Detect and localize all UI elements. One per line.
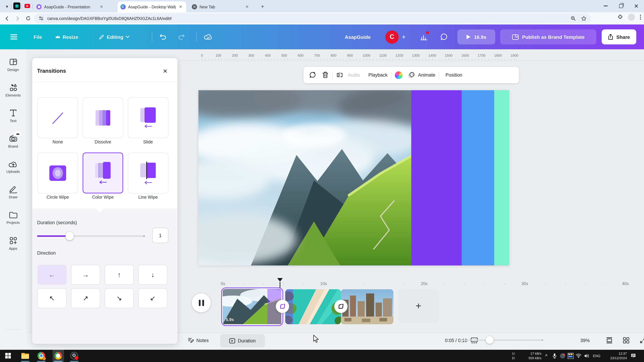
language-indicator[interactable]: ENG	[593, 350, 600, 362]
transition-option-dissolve[interactable]	[82, 97, 123, 138]
direction-arrow-button[interactable]: ↑	[105, 265, 134, 285]
transition-badge-active[interactable]	[276, 300, 289, 313]
direction-arrow-button[interactable]: ←	[38, 265, 66, 285]
file-explorer-icon[interactable]	[21, 351, 30, 360]
sidebar-item-projects[interactable]: Projects	[0, 207, 26, 229]
pinned-tab-gx-icon[interactable]	[13, 2, 20, 9]
browser-tab[interactable]: CAsapGuide - Desktop Wallpape✕	[118, 1, 186, 12]
extensions-icon[interactable]	[618, 14, 623, 20]
tab-search-chevron-icon[interactable]: ▾	[4, 3, 10, 10]
window-minimize-button[interactable]	[598, 0, 613, 12]
zoom-slider-track[interactable]	[459, 340, 543, 341]
app-window-tray-icon[interactable]	[567, 353, 574, 359]
timeline-clip-city[interactable]	[341, 289, 394, 324]
zoom-search-icon[interactable]	[570, 15, 576, 21]
playback-button[interactable]: Playback	[368, 72, 388, 78]
transition-option-slide[interactable]	[128, 97, 168, 138]
direction-arrow-button[interactable]: ↓	[138, 265, 167, 285]
sidebar-item-draw[interactable]: Draw	[0, 181, 26, 204]
zoom-slider-thumb[interactable]	[486, 336, 494, 344]
panel-close-icon[interactable]: ✕	[161, 67, 169, 75]
timeline-clip-beach[interactable]	[285, 289, 341, 324]
browser-menu-kebab-icon[interactable]	[640, 14, 641, 20]
address-bar[interactable]: canva.com/design/DAGXFBBoiYg/0U8xD9Q6AHZ…	[34, 14, 591, 23]
position-button[interactable]: Position	[446, 72, 462, 78]
pages-view-icon[interactable]	[606, 333, 612, 348]
new-tab-button[interactable]: +	[259, 3, 266, 10]
chrome-active-icon[interactable]	[54, 351, 63, 360]
play-button[interactable]: 16.9s	[458, 29, 495, 44]
add-comment-icon[interactable]	[309, 71, 316, 78]
delete-icon[interactable]	[322, 71, 329, 78]
wifi-icon[interactable]	[576, 353, 582, 359]
transition-badge-inactive[interactable]	[334, 300, 348, 313]
main-menu-hamburger-icon[interactable]	[10, 24, 17, 49]
notification-center-icon[interactable]	[630, 353, 636, 359]
tray-chevron-icon[interactable]: ^	[543, 353, 550, 359]
sidebar-item-brand[interactable]: coBrand	[0, 130, 26, 152]
sidebar-item-apps[interactable]: Apps	[0, 232, 26, 255]
editing-mode-button[interactable]: Editing	[99, 24, 130, 49]
chrome-profile1-icon[interactable]	[37, 351, 46, 360]
browser-tab[interactable]: AsapGuide - Presentation✕	[34, 1, 116, 12]
volume-icon[interactable]	[584, 353, 590, 359]
tab-close-icon[interactable]: ✕	[99, 4, 104, 9]
direction-arrow-button[interactable]: ↘	[105, 288, 134, 308]
undo-button[interactable]	[160, 24, 166, 49]
tab-close-icon[interactable]: ✕	[178, 4, 184, 9]
pinned-tab-youtube-icon[interactable]	[24, 2, 31, 9]
transition-option-circle-wipe[interactable]	[38, 152, 78, 193]
team-avatar[interactable]: C	[385, 24, 399, 49]
duration-slider-thumb[interactable]	[66, 232, 74, 240]
transition-option-line-wipe[interactable]	[128, 152, 168, 193]
window-close-button[interactable]: ✕	[628, 0, 644, 12]
transition-option-none[interactable]	[38, 97, 78, 138]
clock-indicator[interactable]: 12:37 23/12/2024	[604, 351, 627, 360]
sidebar-item-elements[interactable]: Elements	[0, 79, 26, 101]
forward-icon[interactable]	[13, 14, 22, 22]
sidebar-item-design[interactable]: Design	[0, 53, 26, 76]
start-button[interactable]	[4, 351, 12, 360]
microphone-icon[interactable]	[551, 353, 558, 359]
obs-icon[interactable]	[70, 351, 79, 360]
direction-arrow-button[interactable]: →	[71, 265, 100, 285]
browser-profile-avatar[interactable]	[628, 14, 635, 21]
color-picker-wheel[interactable]	[395, 71, 403, 79]
window-restore-button[interactable]	[613, 0, 628, 12]
tab-close-icon[interactable]: ✕	[244, 4, 250, 9]
site-settings-icon[interactable]	[38, 16, 44, 21]
animate-icon[interactable]	[408, 71, 415, 78]
direction-arrow-button[interactable]: ↗	[71, 288, 100, 308]
obs-tray-icon[interactable]	[559, 353, 566, 359]
fullscreen-icon[interactable]	[640, 333, 644, 348]
playhead-handle[interactable]	[277, 278, 283, 282]
sidebar-item-text[interactable]: Text	[0, 105, 26, 127]
pause-button[interactable]	[192, 294, 211, 312]
flip-icon[interactable]	[336, 71, 343, 78]
comments-button[interactable]	[440, 24, 448, 49]
bookmark-star-icon[interactable]	[581, 15, 586, 21]
animate-button[interactable]: Animate	[418, 72, 436, 78]
share-button[interactable]: Share	[602, 29, 636, 44]
browser-tab[interactable]: New Tab✕	[189, 1, 253, 12]
back-icon[interactable]	[3, 14, 11, 22]
publish-brand-template-button[interactable]: Publish as Brand Template	[500, 29, 596, 44]
add-page-button[interactable]: +	[398, 289, 438, 323]
design-canvas-page[interactable]	[198, 90, 509, 266]
grid-view-icon[interactable]	[623, 333, 629, 348]
timeline-clip-mountain[interactable]: 5.9s	[221, 288, 283, 326]
direction-arrow-button[interactable]: ↙	[138, 288, 167, 308]
url-text[interactable]: canva.com/design/DAGXFBBoiYg/0U8xD9Q6AHZ…	[47, 16, 570, 20]
file-menu-button[interactable]: File	[34, 24, 42, 49]
add-member-button[interactable]: +	[402, 24, 406, 49]
transition-option-color-wipe[interactable]	[82, 152, 123, 193]
redo-button[interactable]	[178, 24, 185, 49]
duration-tab-button[interactable]: Duration	[220, 334, 265, 347]
duration-value-input[interactable]: 1	[152, 228, 168, 243]
sidebar-item-uploads[interactable]: Uploads	[0, 156, 26, 178]
direction-arrow-button[interactable]: ↖	[38, 288, 66, 308]
resize-button[interactable]: Resize	[55, 24, 78, 49]
insights-button[interactable]	[420, 24, 428, 49]
reload-icon[interactable]	[24, 14, 32, 22]
zoom-level[interactable]: 39%	[580, 333, 590, 348]
